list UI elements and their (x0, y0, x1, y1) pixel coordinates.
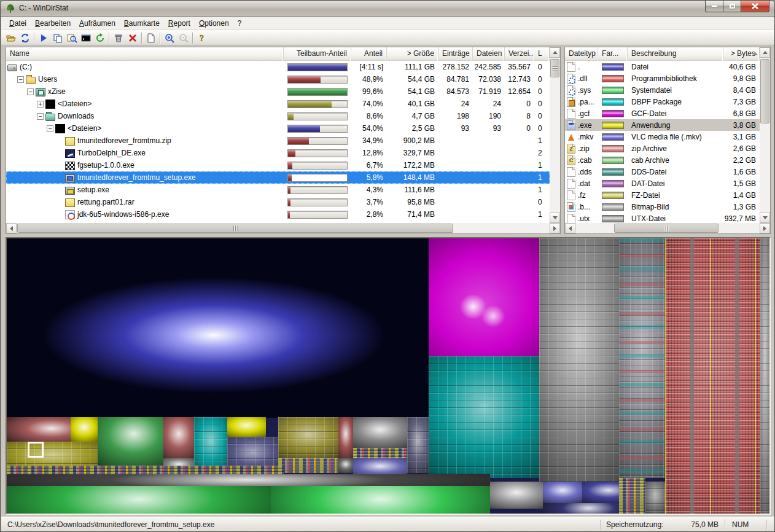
column-header-gre[interactable]: > Größe (387, 47, 438, 61)
scroll-right-button[interactable] (550, 223, 560, 233)
treemap-block[interactable] (490, 482, 543, 509)
column-header-beschreibung[interactable]: Beschreibung (628, 47, 723, 61)
column-header-name[interactable]: Name (6, 47, 284, 61)
column-header-verzei[interactable]: Verzei... (505, 47, 534, 61)
treemap-block[interactable] (338, 458, 353, 473)
table-row[interactable]: −Users48,9%54,4 GB84.78172.03812.7430 (6, 73, 550, 85)
help-icon[interactable]: ? (195, 31, 209, 45)
table-row[interactable]: .mkvVLC media file (.mkv)3,1 GB (565, 131, 760, 143)
table-row[interactable]: jdk-6u5-windows-i586-p.exe2,8%71,4 MB1 (6, 208, 550, 221)
table-row[interactable]: +<Dateien>74,0%40,1 GB242400 (6, 98, 550, 110)
menu-bearbeiten[interactable]: Bearbeiten (31, 18, 75, 29)
treemap-block[interactable] (194, 417, 227, 473)
treemap-block[interactable] (7, 466, 284, 474)
table-row[interactable]: fgsetup-1.0.0.exe6,7%172,2 MB1 (6, 159, 550, 171)
menu-optionen[interactable]: Optionen (195, 18, 233, 29)
scroll-up-button[interactable] (550, 47, 560, 58)
tree-expander-minus[interactable]: − (27, 88, 34, 95)
table-row[interactable]: C.cabcab Archive2,2 GB (565, 154, 760, 166)
treemap-block[interactable] (353, 417, 407, 448)
scroll-right-button[interactable] (760, 223, 770, 233)
scroll-down-button[interactable] (760, 213, 770, 223)
table-row[interactable]: .gcfGCF-Datei6,8 GB (565, 108, 760, 119)
scroll-down-button[interactable] (550, 213, 560, 223)
table-row[interactable]: (C:)[4:11 s]111,1 GB278.152242.58535.567… (6, 61, 550, 73)
treemap-block[interactable] (429, 238, 540, 356)
empty-page-icon[interactable] (144, 31, 158, 45)
table-row[interactable]: setup.exe4,3%111,6 MB1 (6, 184, 550, 196)
tree-expander-minus[interactable]: − (47, 125, 53, 132)
treemap-block[interactable] (645, 482, 665, 514)
treemap-block[interactable] (353, 448, 407, 459)
refresh-selected-icon[interactable] (93, 31, 107, 45)
close-button[interactable] (741, 1, 769, 12)
treemap-block[interactable] (760, 238, 769, 514)
menu-report[interactable]: Report (164, 18, 195, 29)
scroll-up-button[interactable] (760, 47, 770, 58)
menu-help[interactable]: ? (233, 18, 246, 29)
menu-datei[interactable]: Datei (5, 18, 31, 29)
horizontal-scrollbar[interactable] (6, 223, 560, 233)
column-header-far[interactable]: Far... (598, 47, 628, 61)
table-row[interactable]: .utxUTX-Datei932,7 MB (565, 213, 760, 223)
table-row[interactable]: rettung.part01.rar3,7%95,8 MB0 (6, 196, 550, 208)
treemap-block[interactable] (278, 417, 338, 459)
table-row[interactable]: .sysSystemdatei8,4 GB (565, 84, 760, 96)
table-row[interactable]: TurboDelphi_DE.exe12,8%329,7 MB2 (6, 147, 550, 159)
command-prompt-icon[interactable] (79, 31, 93, 45)
treemap-block[interactable] (98, 417, 163, 473)
treemap-block[interactable] (407, 417, 429, 473)
column-header-l[interactable]: L (534, 47, 550, 61)
treemap-block[interactable] (7, 474, 490, 486)
tree-expander-minus[interactable]: − (37, 113, 44, 120)
treemap-block[interactable] (543, 482, 582, 503)
treemap-block[interactable] (227, 417, 266, 437)
zoom-in-icon[interactable] (162, 31, 176, 45)
minimize-button[interactable] (705, 1, 723, 12)
zoom-out-icon[interactable] (176, 31, 190, 45)
open-folder-icon[interactable] (4, 31, 18, 45)
menu-baumkarte[interactable]: Baumkarte (120, 18, 164, 29)
vertical-scrollbar[interactable] (760, 47, 770, 223)
copy-icon[interactable] (50, 31, 64, 45)
treemap-block[interactable] (619, 478, 645, 514)
scroll-left-button[interactable] (6, 223, 17, 233)
treemap-block[interactable] (7, 238, 429, 418)
table-row[interactable]: −xZise99,6%54,1 GB84.57371.91912.6540 (6, 85, 550, 98)
treemap-block[interactable] (619, 238, 666, 478)
column-header-anteil[interactable]: Anteil (351, 47, 387, 61)
column-header-bytes[interactable]: > Bytes (723, 47, 760, 61)
scrollbar-thumb[interactable] (550, 59, 559, 77)
delete-icon[interactable] (125, 31, 139, 45)
maximize-button[interactable] (723, 1, 741, 12)
treemap-block[interactable] (338, 417, 353, 459)
horizontal-scrollbar[interactable] (565, 223, 770, 233)
treemap-block[interactable] (7, 486, 271, 514)
table-row[interactable]: .ddsDDS-Datei1,6 GB (565, 166, 760, 178)
treemap-block[interactable] (71, 417, 98, 442)
table-row[interactable]: tmunitedforever_fromtmu_setup.exe5,8%148… (6, 171, 550, 184)
scroll-left-button[interactable] (565, 223, 575, 233)
recycle-bin-icon[interactable] (111, 31, 125, 45)
table-row[interactable]: .fzFZ-Datei1,4 GB (565, 189, 760, 201)
treemap-block[interactable] (665, 238, 761, 514)
table-row[interactable]: −Downloads8,6%4,7 GB19819080 (6, 110, 550, 122)
treemap-block[interactable] (163, 417, 194, 459)
tree-expander-plus[interactable]: + (37, 101, 44, 108)
treemap-block[interactable] (278, 458, 338, 473)
scrollbar-thumb[interactable] (760, 59, 769, 123)
table-row[interactable]: tmunitedforever_fromtmu.zip34,9%900,2 MB… (6, 135, 550, 147)
refresh-all-icon[interactable] (18, 31, 32, 45)
treemap-block[interactable] (539, 238, 620, 482)
column-header-teilbaumanteil[interactable]: Teilbaum-Anteil (284, 47, 351, 61)
column-header-eintrge[interactable]: Einträge (438, 47, 473, 61)
vertical-scrollbar[interactable] (550, 47, 560, 223)
resume-icon[interactable] (36, 31, 50, 45)
table-row[interactable]: .pa...DBPF Package7,3 GB (565, 96, 760, 108)
table-row[interactable]: .datDAT-Datei1,5 GB (565, 178, 760, 189)
table-row[interactable]: .exeAnwendung3,8 GB (565, 119, 760, 131)
tree-expander-minus[interactable]: − (17, 76, 24, 83)
table-row[interactable]: −<Dateien>54,0%2,5 GB939300 (6, 122, 550, 135)
treemap-view[interactable] (6, 237, 771, 515)
treemap-block[interactable] (271, 486, 490, 514)
